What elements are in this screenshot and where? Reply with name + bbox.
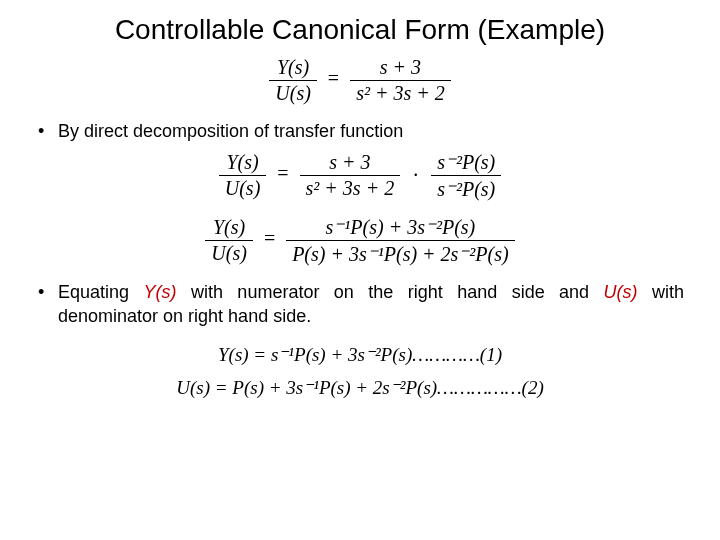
page-title: Controllable Canonical Form (Example) [36,14,684,46]
bullet-dot-icon: • [36,280,58,305]
bullet-2: • Equating Y(s) with numerator on the ri… [36,280,684,329]
eq3-lhs-num: Y(s) [205,216,253,241]
eq2-equals: = [277,162,288,184]
eq3-equals: = [264,227,275,249]
equation-5: U(s) = P(s) + 3s⁻¹P(s) + 2s⁻²P(s)……………(2… [176,376,544,399]
bullet-2-text: Equating Y(s) with numerator on the righ… [58,280,684,329]
eq3-r-num: s⁻¹P(s) + 3s⁻²P(s) [286,215,515,241]
eq2-r-num: s⁻²P(s) [431,150,501,176]
eq2-dot: · [413,164,418,187]
bullet-dot-icon: • [36,119,58,144]
eq2-lhs-den: U(s) [219,176,267,200]
bullet-2-mid: with numerator on the right hand side an… [177,282,604,302]
eq1-rhs-den: s² + 3s + 2 [350,81,451,105]
eq3-r-den: P(s) + 3s⁻¹P(s) + 2s⁻²P(s) [286,241,515,266]
eq2-r-den: s⁻²P(s) [431,176,501,201]
slide: Controllable Canonical Form (Example) Y(… [0,0,720,540]
eq2-lhs-num: Y(s) [219,151,267,176]
bullet-2-pre: Equating [58,282,144,302]
equation-2: Y(s) U(s) = s + 3 s² + 3s + 2 · s⁻²P(s) … [36,150,684,201]
eq2-mid-num: s + 3 [300,151,401,176]
equation-3: Y(s) U(s) = s⁻¹P(s) + 3s⁻²P(s) P(s) + 3s… [36,215,684,266]
eq2-mid-den: s² + 3s + 2 [300,176,401,200]
equation-results: Y(s) = s⁻¹P(s) + 3s⁻²P(s)…………(1) U(s) = … [36,343,684,399]
eq1-rhs-num: s + 3 [350,56,451,81]
bullet-1: • By direct decomposition of transfer fu… [36,119,684,144]
equation-1: Y(s) U(s) = s + 3 s² + 3s + 2 [36,56,684,105]
bullet-2-ys: Y(s) [144,282,177,302]
eq1-lhs-den: U(s) [269,81,317,105]
eq1-equals: = [328,67,339,89]
bullet-2-us: U(s) [604,282,638,302]
eq3-lhs-den: U(s) [205,241,253,265]
equation-4: Y(s) = s⁻¹P(s) + 3s⁻²P(s)…………(1) [218,343,502,366]
bullet-1-text: By direct decomposition of transfer func… [58,119,684,143]
eq1-lhs-num: Y(s) [269,56,317,81]
